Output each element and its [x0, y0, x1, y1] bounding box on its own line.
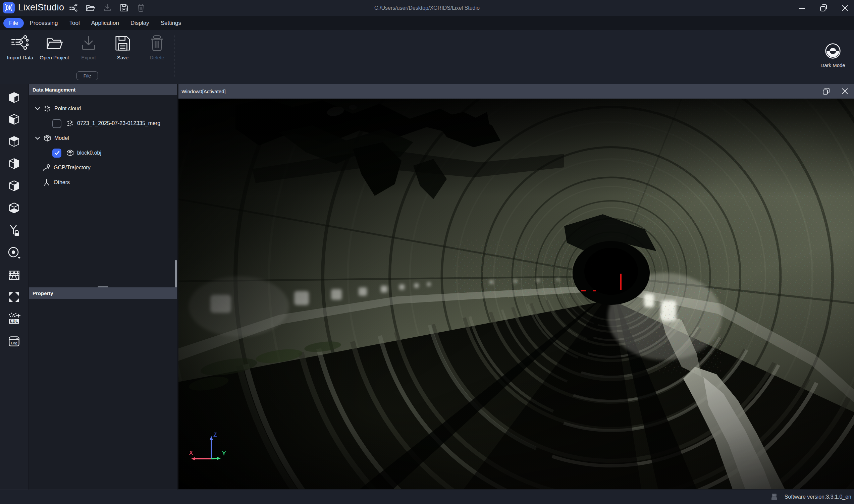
- open-project-label: Open Project: [40, 54, 69, 61]
- data-management-panel: Data Management Point cloud: [29, 84, 177, 490]
- lixelstudio-window: LixelStudio: [0, 0, 854, 504]
- axis-gizmo[interactable]: Z X Y: [184, 431, 238, 471]
- menu-tool[interactable]: Tool: [64, 18, 86, 28]
- status-bar: Software version:3.3.1.0_en: [0, 490, 854, 504]
- viewport-window0: Window0[Activated]: [178, 84, 854, 489]
- log-icon-label: Log: [11, 341, 17, 345]
- check-icon: [54, 150, 60, 156]
- data-management-header: Data Management: [29, 84, 177, 95]
- dropdown-caret-icon: [18, 257, 20, 259]
- menu-file[interactable]: File: [3, 18, 24, 28]
- axis-z-label: Z: [213, 432, 217, 438]
- viewport-restore-button[interactable]: [821, 86, 831, 96]
- menu-settings[interactable]: Settings: [155, 18, 187, 28]
- view-cube-top-button[interactable]: [7, 134, 21, 149]
- tunnel-render: [178, 98, 854, 489]
- import-data-button[interactable]: Import Data: [5, 33, 36, 61]
- orbit-center-button[interactable]: [7, 246, 21, 260]
- menu-display[interactable]: Display: [125, 18, 155, 28]
- save-button[interactable]: Save: [107, 33, 138, 61]
- viewport-close-button[interactable]: [840, 86, 850, 96]
- viewport-3d-canvas[interactable]: Z X Y: [178, 98, 854, 489]
- dark-mode-icon: [824, 42, 841, 60]
- y-axis-lock-button[interactable]: [7, 223, 21, 238]
- viewport-title-bar: Window0[Activated]: [178, 84, 854, 98]
- export-label: Export: [74, 54, 103, 61]
- tree-item-label: block0.obj: [77, 150, 101, 156]
- menu-bar: File Processing Tool Application Display…: [0, 16, 854, 30]
- gcp-trajectory-icon: [42, 164, 51, 172]
- minimize-button[interactable]: [796, 2, 808, 14]
- tree-group-others[interactable]: Others: [29, 175, 177, 190]
- chevron-down-icon[interactable]: [34, 105, 41, 112]
- log-panel-button[interactable]: Log: [7, 334, 21, 349]
- tree-item-block0[interactable]: block0.obj: [29, 146, 177, 160]
- menu-application[interactable]: Application: [86, 18, 125, 28]
- view-cube-left-button[interactable]: [7, 112, 21, 127]
- app-logo-icon: [3, 2, 15, 13]
- model-cube-icon: [43, 134, 51, 142]
- view-cube-back-button[interactable]: [7, 157, 21, 172]
- maximize-restore-button[interactable]: [818, 2, 829, 14]
- menu-processing[interactable]: Processing: [24, 18, 64, 28]
- tree-group-point-cloud[interactable]: Point cloud: [29, 101, 177, 116]
- tree-group-label: GCP/Trajectory: [54, 165, 91, 171]
- view-cube-bottom-button[interactable]: [7, 201, 21, 216]
- axis-y-label: Y: [222, 450, 226, 457]
- import-data-label: Import Data: [5, 54, 35, 61]
- model-cube-icon: [66, 149, 74, 157]
- save-label: Save: [108, 54, 138, 61]
- tree-item-label: 0723_1_2025-07-23-012335_merg: [77, 120, 160, 126]
- ribbon-toolbar: Import Data Open Project Export Save: [0, 30, 854, 84]
- view-cube-right-button[interactable]: [7, 179, 21, 194]
- delete-label: Delete: [142, 54, 172, 61]
- tree-group-gcp-trajectory[interactable]: GCP/Trajectory: [29, 160, 177, 175]
- point-cloud-icon: [66, 119, 74, 127]
- ribbon-group-label: File: [76, 71, 98, 80]
- open-project-button[interactable]: Open Project: [39, 33, 70, 61]
- dark-mode-toggle[interactable]: Dark Mode: [814, 42, 851, 68]
- edl-icon-label: EDL: [10, 319, 18, 324]
- block0-checkbox[interactable]: [52, 148, 61, 158]
- titlebar-save-icon[interactable]: [120, 3, 129, 13]
- others-icon: [42, 178, 51, 186]
- edl-toggle-button[interactable]: EDL: [7, 312, 21, 327]
- axis-x-label: X: [189, 450, 193, 456]
- app-name: LixelStudio: [18, 2, 65, 13]
- perspective-view-button[interactable]: [7, 268, 21, 283]
- dark-mode-label: Dark Mode: [820, 62, 845, 68]
- title-bar: LixelStudio: [0, 0, 854, 16]
- point-cloud-icon: [43, 105, 51, 113]
- ribbon-separator: [174, 35, 174, 77]
- view-cube-front-button[interactable]: [7, 91, 21, 105]
- pointcloud-checkbox[interactable]: [52, 119, 61, 128]
- panel-scrollbar[interactable]: [175, 260, 177, 291]
- tree-group-label: Point cloud: [54, 106, 81, 112]
- tree-group-label: Model: [54, 135, 69, 141]
- chevron-down-icon[interactable]: [34, 134, 41, 142]
- device-icon: [770, 492, 779, 501]
- titlebar-import-data-icon[interactable]: [69, 3, 78, 13]
- software-version: Software version:3.3.1.0_en: [785, 494, 851, 500]
- titlebar-export-icon[interactable]: [103, 3, 112, 13]
- tree-item-pointcloud-file[interactable]: 0723_1_2025-07-23-012335_merg: [29, 116, 177, 131]
- titlebar-open-folder-icon[interactable]: [86, 3, 95, 13]
- titlebar-delete-icon[interactable]: [136, 3, 146, 13]
- view-tool-sidebar: EDL Log: [0, 84, 29, 490]
- property-header: Property: [29, 287, 177, 299]
- fullscreen-button[interactable]: [7, 290, 21, 305]
- tree-group-label: Others: [54, 179, 70, 185]
- close-button[interactable]: [839, 2, 851, 14]
- viewport-title: Window0[Activated]: [181, 89, 226, 94]
- export-button[interactable]: Export: [73, 33, 104, 61]
- delete-button[interactable]: Delete: [142, 33, 173, 61]
- tree-group-model[interactable]: Model: [29, 131, 177, 146]
